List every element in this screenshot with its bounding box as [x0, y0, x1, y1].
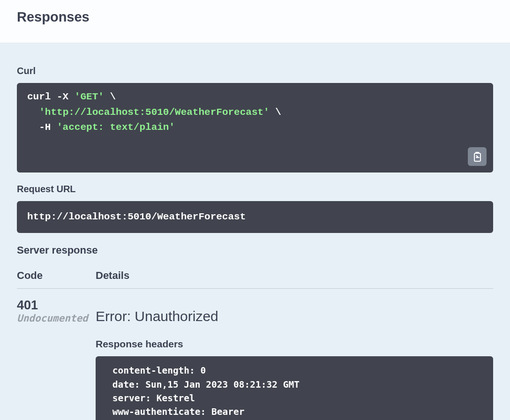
section-title: Responses [17, 9, 493, 25]
curl-block: curl -X 'GET' \ 'http://localhost:5010/W… [17, 83, 493, 172]
response-headers-label: Response headers [96, 338, 493, 350]
curl-cmd: curl -X [27, 91, 75, 102]
server-response-label: Server response [17, 244, 493, 256]
curl-url: 'http://localhost:5010/WeatherForecast' [39, 107, 269, 118]
undocumented-label: Undocumented [17, 313, 90, 324]
header-line: date: Sun,15 Jan 2023 08:21:32 GMT [107, 378, 482, 391]
col-code-header: Code [17, 270, 96, 282]
curl-indent2: -H [27, 122, 57, 133]
details-cell: Error: Unauthorized Response headers con… [96, 299, 493, 420]
col-details-header: Details [96, 270, 129, 282]
response-headers-block: content-length: 0 date: Sun,15 Jan 2023 … [96, 356, 493, 420]
clipboard-icon [472, 151, 483, 162]
header-line: www-authenticate: Bearer [107, 405, 482, 419]
header-line: content-length: 0 [107, 364, 482, 377]
header-line: server: Kestrel [107, 391, 482, 405]
status-code: 401 [17, 299, 90, 312]
request-url-value: http://localhost:5010/WeatherForecast [27, 211, 246, 222]
response-row: 401 Undocumented Error: Unauthorized Res… [17, 299, 493, 420]
code-cell: 401 Undocumented [17, 299, 96, 324]
responses-header-bar: Responses [0, 0, 510, 43]
curl-label: Curl [17, 66, 493, 76]
curl-header: 'accept: text/plain' [57, 122, 175, 133]
error-message: Error: Unauthorized [96, 308, 493, 324]
curl-method: 'GET' [75, 91, 104, 102]
curl-slash1: \ [104, 91, 116, 102]
request-url-block: http://localhost:5010/WeatherForecast [17, 201, 493, 233]
request-url-label: Request URL [17, 184, 493, 195]
copy-button[interactable] [468, 147, 487, 166]
responses-body: Curl curl -X 'GET' \ 'http://localhost:5… [0, 43, 510, 420]
curl-indent1 [27, 107, 39, 118]
response-table-header: Code Details [17, 270, 493, 289]
curl-slash2: \ [270, 107, 281, 118]
